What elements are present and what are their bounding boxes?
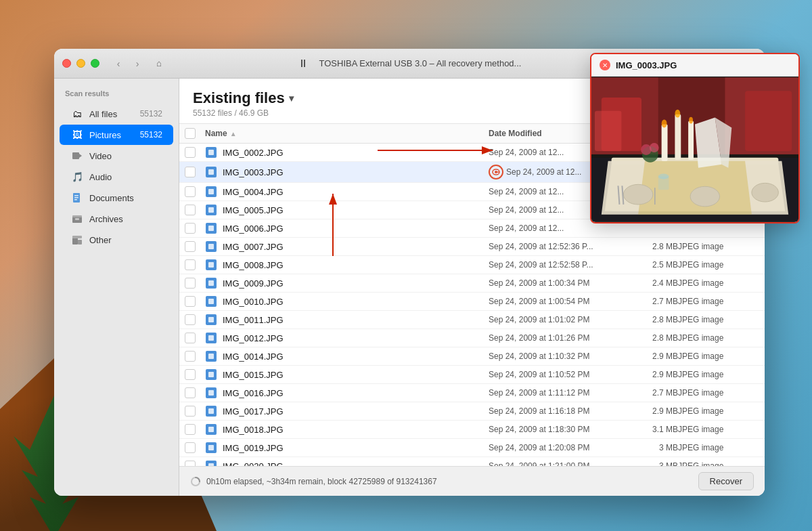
row-date: Sep 24, 2009 at 12:52:36 P...: [489, 242, 624, 251]
row-checkbox[interactable]: [185, 205, 196, 215]
file-icon: [205, 277, 217, 289]
pictures-count: 55132: [140, 130, 162, 140]
row-name: IMG_0008.JPG: [205, 259, 489, 271]
table-row[interactable]: IMG_0016.JPG Sep 24, 2009 at 1:11:12 PM …: [179, 384, 765, 402]
table-row[interactable]: IMG_0012.JPG Sep 24, 2009 at 1:01:26 PM …: [179, 329, 765, 347]
row-date: Sep 24, 2009 at 1:11:12 PM: [489, 388, 624, 398]
table-row[interactable]: IMG_0020.JPG Sep 24, 2009 at 1:21:00 PM …: [179, 457, 765, 466]
table-row[interactable]: IMG_0015.JPG Sep 24, 2009 at 1:10:52 PM …: [179, 366, 765, 384]
th-check: [185, 128, 205, 139]
sidebar-item-other[interactable]: Other: [60, 230, 173, 250]
table-row[interactable]: IMG_0018.JPG Sep 24, 2009 at 1:18:30 PM …: [179, 421, 765, 439]
table-row[interactable]: IMG_0019.JPG Sep 24, 2009 at 1:20:08 PM …: [179, 439, 765, 457]
status-bar: 0h10m elapsed, ~3h34m remain, block 4272…: [179, 466, 765, 496]
row-date: Sep 24, 2009 at 1:00:34 PM: [489, 278, 624, 288]
row-size: 2.7 MB: [624, 297, 678, 306]
row-date: Sep 24, 2009 at 1:18:30 PM: [489, 425, 624, 434]
row-checkbox[interactable]: [185, 387, 196, 398]
back-button[interactable]: ‹: [110, 57, 127, 70]
file-icon: [205, 240, 217, 253]
row-name: IMG_0009.JPG: [205, 277, 489, 289]
row-size: 2.8 MB: [624, 242, 678, 251]
file-icon: [205, 332, 217, 344]
row-checkbox[interactable]: [185, 424, 196, 435]
sidebar-item-all-files[interactable]: 🗂 All files 55132: [60, 104, 173, 124]
status-text: 0h10m elapsed, ~3h34m remain, block 4272…: [206, 477, 693, 486]
audio-label: Audio: [89, 172, 162, 182]
file-icon: [205, 204, 217, 216]
row-checkbox[interactable]: [185, 442, 196, 453]
table-row[interactable]: IMG_0011.JPG Sep 24, 2009 at 1:01:02 PM …: [179, 311, 765, 329]
row-checkbox[interactable]: [185, 351, 196, 362]
table-row[interactable]: IMG_0007.JPG Sep 24, 2009 at 12:52:36 P.…: [179, 238, 765, 256]
row-checkbox[interactable]: [185, 461, 196, 466]
sidebar-item-audio[interactable]: 🎵 Audio: [60, 167, 173, 187]
svg-point-39: [623, 184, 652, 205]
row-checkbox[interactable]: [185, 314, 196, 325]
row-name: IMG_0011.JPG: [205, 314, 489, 326]
table-row[interactable]: IMG_0008.JPG Sep 24, 2009 at 12:52:58 P.…: [179, 256, 765, 274]
row-date: Sep 24, 2009 at 1:16:18 PM: [489, 406, 624, 416]
select-all-checkbox[interactable]: [185, 128, 196, 139]
table-row[interactable]: IMG_0009.JPG Sep 24, 2009 at 1:00:34 PM …: [179, 274, 765, 293]
row-name: IMG_0003.JPG: [205, 166, 489, 178]
row-checkbox[interactable]: [185, 278, 196, 289]
row-kind: JPEG image: [678, 260, 759, 270]
row-checkbox[interactable]: [185, 333, 196, 343]
row-name: IMG_0012.JPG: [205, 332, 489, 344]
svg-rect-28: [662, 124, 668, 161]
sidebar-item-video[interactable]: Video: [60, 146, 173, 166]
home-button[interactable]: ⌂: [151, 57, 167, 70]
recover-button[interactable]: Recover: [698, 472, 754, 490]
row-name: IMG_0018.JPG: [205, 423, 489, 436]
file-icon: [205, 442, 217, 454]
row-checkbox[interactable]: [185, 296, 196, 307]
file-icon: [205, 387, 217, 399]
row-name: IMG_0006.JPG: [205, 222, 489, 234]
table-row[interactable]: IMG_0010.JPG Sep 24, 2009 at 1:00:54 PM …: [179, 293, 765, 311]
forward-button[interactable]: ›: [129, 57, 145, 70]
svg-rect-29: [675, 114, 681, 160]
table-row[interactable]: IMG_0014.JPG Sep 24, 2009 at 1:10:32 PM …: [179, 347, 765, 366]
th-name[interactable]: Name ▲: [205, 128, 489, 139]
row-date: Sep 24, 2009 at 1:01:02 PM: [489, 315, 624, 324]
table-row[interactable]: IMG_0017.JPG Sep 24, 2009 at 1:16:18 PM …: [179, 402, 765, 421]
svg-rect-46: [658, 176, 669, 190]
dropdown-arrow[interactable]: ▾: [289, 93, 294, 104]
eye-preview-badge[interactable]: [489, 165, 503, 179]
minimize-button[interactable]: [76, 59, 85, 68]
svg-point-32: [675, 110, 680, 118]
pause-button[interactable]: ⏸: [298, 58, 309, 70]
row-kind: JPEG image: [678, 278, 759, 288]
row-date: Sep 24, 2009 at 1:21:00 PM: [489, 461, 624, 466]
close-button[interactable]: [62, 59, 71, 68]
row-checkbox[interactable]: [185, 241, 196, 252]
row-size: 2.8 MB: [624, 315, 678, 324]
row-name: IMG_0014.JPG: [205, 350, 489, 362]
other-label: Other: [89, 235, 162, 245]
row-checkbox[interactable]: [185, 223, 196, 234]
row-kind: JPEG image: [678, 461, 759, 466]
preview-close-button[interactable]: ✕: [600, 60, 610, 70]
row-checkbox[interactable]: [185, 186, 196, 197]
maximize-button[interactable]: [91, 59, 99, 68]
sidebar-item-archives[interactable]: Archives: [60, 209, 173, 229]
row-name: IMG_0019.JPG: [205, 442, 489, 454]
sort-arrow: ▲: [230, 130, 237, 137]
video-icon: [70, 149, 84, 163]
row-checkbox[interactable]: [185, 259, 196, 270]
row-kind: JPEG image: [678, 425, 759, 434]
sidebar-item-pictures[interactable]: 🖼 Pictures 55132: [60, 125, 173, 145]
row-checkbox[interactable]: [185, 147, 196, 158]
documents-icon: [70, 191, 84, 205]
file-icon: [205, 146, 217, 158]
all-files-label: All files: [89, 109, 135, 119]
svg-point-40: [690, 186, 719, 207]
sidebar-item-documents[interactable]: Documents: [60, 188, 173, 208]
row-checkbox[interactable]: [185, 406, 196, 417]
row-name: IMG_0004.JPG: [205, 186, 489, 198]
row-checkbox[interactable]: [185, 369, 196, 380]
row-size: 2.9 MB: [624, 406, 678, 416]
row-name: IMG_0020.JPG: [205, 460, 489, 466]
row-checkbox[interactable]: [185, 167, 196, 177]
